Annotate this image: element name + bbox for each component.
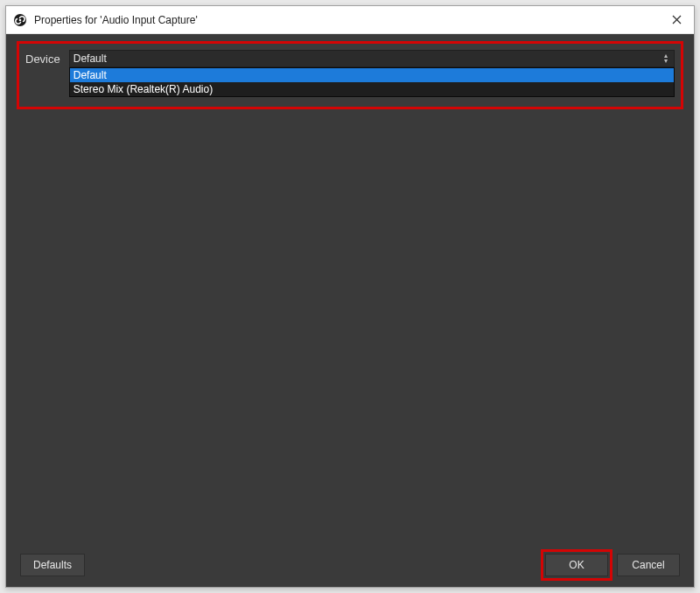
device-option[interactable]: Stereo Mix (Realtek(R) Audio) (70, 82, 674, 96)
device-dropdown: Default Stereo Mix (Realtek(R) Audio) (69, 67, 675, 97)
device-combobox[interactable]: Default ▴▾ Default Stereo Mix (Realtek(R… (69, 50, 675, 67)
device-selected-value: Default (69, 50, 675, 67)
device-row: Device Default ▴▾ Default Stereo Mix (Re… (25, 50, 675, 67)
close-button[interactable] (659, 6, 694, 34)
titlebar: Properties for 'Audio Input Capture' (6, 6, 694, 34)
device-option[interactable]: Default (70, 68, 674, 82)
cancel-button[interactable]: Cancel (617, 554, 680, 576)
obs-icon (11, 11, 29, 29)
window-title: Properties for 'Audio Input Capture' (34, 14, 659, 26)
ok-button[interactable]: OK (545, 554, 608, 576)
defaults-button[interactable]: Defaults (20, 554, 85, 576)
dialog-body: Device Default ▴▾ Default Stereo Mix (Re… (6, 34, 694, 587)
device-label: Device (25, 52, 60, 66)
close-icon (672, 15, 682, 24)
svg-point-1 (19, 18, 22, 21)
dialog-window: Properties for 'Audio Input Capture' Dev… (5, 5, 695, 588)
combobox-spinner-icon: ▴▾ (660, 51, 672, 66)
button-bar: Defaults OK Cancel (6, 543, 694, 587)
